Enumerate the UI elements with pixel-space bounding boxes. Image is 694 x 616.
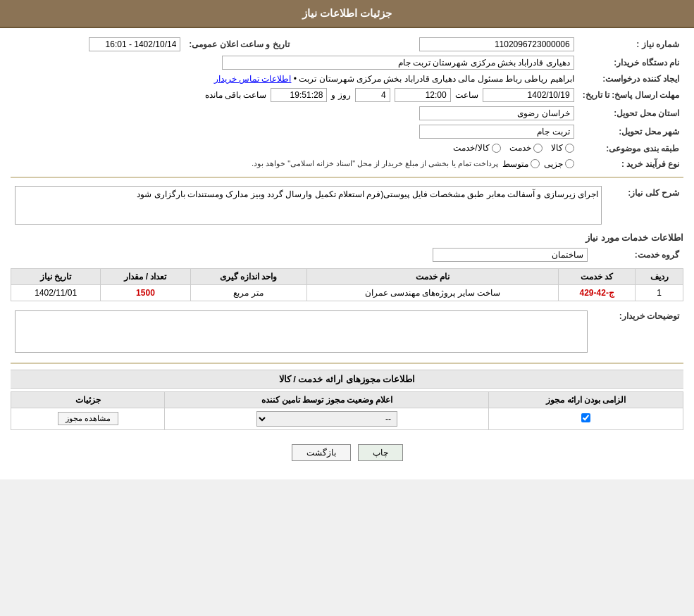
date-label: تاریخ و ساعت اعلان عمومی: <box>185 35 293 54</box>
category-kala-khadamat-option[interactable]: کالا/خدمت <box>453 143 500 153</box>
col-unit: واحد اندازه گیری <box>190 268 306 284</box>
permit-col-status: اعلام وضعیت مجوز توسط تامین کننده <box>165 391 489 408</box>
cell-unit: متر مربع <box>190 284 306 301</box>
province-value <box>11 104 578 122</box>
view-permit-button[interactable]: مشاهده مجوز <box>58 412 118 425</box>
response-time-input[interactable] <box>395 88 451 102</box>
back-button[interactable]: بازگشت <box>292 444 351 461</box>
creator-value: ابراهیم ریاطی رباط مسئول مالی دهیاری قاد… <box>11 72 578 86</box>
process-mottavaset-label: متوسط <box>502 159 528 169</box>
city-value <box>11 122 578 141</box>
process-jazee-radio[interactable] <box>565 159 574 168</box>
col-quantity: تعداد / مقدار <box>101 268 190 284</box>
category-kala-khadamat-label: کالا/خدمت <box>453 143 489 153</box>
permits-section-header: اطلاعات مجوزهای ارائه خدمت / کالا <box>11 370 683 389</box>
cell-need-date: 1402/11/01 <box>11 284 101 301</box>
response-remaining-label: ساعت باقی مانده <box>205 90 267 100</box>
print-button[interactable]: چاپ <box>358 444 403 461</box>
category-khadamat-radio[interactable] <box>533 144 543 153</box>
permit-mandatory-cell <box>489 408 683 429</box>
service-group-table: گروه خدمت: <box>11 246 683 264</box>
category-khadamat-option[interactable]: خدمت <box>509 143 543 153</box>
col-service-name: نام خدمت <box>306 268 559 284</box>
description-value: اجرای زیرسازی و آسفالت معابر طبق مشخصات … <box>11 184 606 227</box>
description-table: شرح کلی نیاز: اجرای زیرسازی و آسفالت معا… <box>11 184 683 227</box>
services-data-table: ردیف کد خدمت نام خدمت واحد اندازه گیری ت… <box>11 268 683 301</box>
date-input[interactable] <box>89 37 180 51</box>
response-date-row: ساعت روز و ساعت باقی مانده <box>11 86 578 104</box>
col-row: ردیف <box>636 268 683 284</box>
category-kala-label: کالا <box>551 143 563 153</box>
creator-link[interactable]: اطلاعات تماس خریدار <box>214 74 292 84</box>
permit-details-cell: مشاهده مجوز <box>11 408 165 429</box>
cell-service-name: ساخت سایر پروژه‌های مهندسی عمران <box>306 284 559 301</box>
category-khadamat-label: خدمت <box>509 143 531 153</box>
permit-col-details: جزئیات <box>11 391 165 408</box>
page-wrapper: جزئیات اطلاعات نیاز شماره نیاز : تاریخ و… <box>0 0 694 479</box>
province-label: استان محل تحویل: <box>578 104 683 122</box>
need-number-label: شماره نیاز : <box>578 35 683 54</box>
table-row: 1 ج-42-429 ساخت سایر پروژه‌های مهندسی عم… <box>11 284 683 301</box>
need-number-value <box>294 35 578 54</box>
service-group-label: گروه خدمت: <box>592 246 683 264</box>
buyer-notes-value <box>11 307 592 357</box>
need-number-input[interactable] <box>419 37 574 51</box>
page-header: جزئیات اطلاعات نیاز <box>0 0 694 28</box>
creator-label: ایجاد کننده درخواست: <box>578 72 683 86</box>
response-date-input[interactable] <box>483 88 574 102</box>
response-days-label: روز و <box>331 90 350 100</box>
divider-2 <box>11 363 683 364</box>
description-label: شرح کلی نیاز: <box>606 184 683 227</box>
buyer-notes-table: توضیحات خریدار: <box>11 307 683 357</box>
buyer-name-label: نام دستگاه خریدار: <box>578 54 683 72</box>
services-section-title: اطلاعات خدمات مورد نیاز <box>11 232 683 243</box>
province-input[interactable] <box>419 106 574 120</box>
category-label: طبقه بندی موضوعی: <box>578 141 683 157</box>
page-title: جزئیات اطلاعات نیاز <box>302 7 392 19</box>
service-group-value <box>11 246 592 264</box>
buyer-notes-textarea[interactable] <box>15 310 588 353</box>
permit-status-select[interactable]: -- <box>256 411 397 427</box>
buyer-notes-label: توضیحات خریدار: <box>592 307 683 357</box>
process-mottavaset-radio[interactable] <box>531 159 540 168</box>
permit-mandatory-checkbox[interactable] <box>581 413 590 422</box>
permit-status-cell: -- <box>165 408 489 429</box>
process-jazee-option[interactable]: جزیی <box>544 159 574 169</box>
buyer-name-input[interactable] <box>222 56 574 70</box>
permits-table: الزامی بودن ارائه مجوز اعلام وضعیت مجوز … <box>11 391 683 430</box>
description-box: اجرای زیرسازی و آسفالت معابر طبق مشخصات … <box>15 186 602 225</box>
service-group-input[interactable] <box>433 248 588 262</box>
process-label: نوع فرآیند خرید : <box>578 157 683 171</box>
process-note: پرداخت تمام یا بخشی از مبلغ خریدار از مح… <box>252 159 498 168</box>
category-kala-khadamat-radio[interactable] <box>492 144 501 153</box>
city-input[interactable] <box>419 125 574 139</box>
process-mottavaset-option[interactable]: متوسط <box>502 159 540 169</box>
date-value <box>11 35 185 54</box>
col-service-code: کد خدمت <box>559 268 636 284</box>
response-days-input[interactable] <box>355 88 390 102</box>
buyer-name-value <box>11 54 578 72</box>
category-kala-radio[interactable] <box>565 144 574 153</box>
response-date-label: مهلت ارسال پاسخ: تا تاریخ: <box>578 86 683 104</box>
col-need-date: تاریخ نیاز <box>11 268 101 284</box>
basic-info-table: شماره نیاز : تاریخ و ساعت اعلان عمومی: ن… <box>11 35 683 171</box>
cell-service-code: ج-42-429 <box>559 284 636 301</box>
creator-text: ابراهیم ریاطی رباط مسئول مالی دهیاری قاد… <box>294 74 574 84</box>
divider-1 <box>11 177 683 178</box>
description-text: اجرای زیرسازی و آسفالت معابر طبق مشخصات … <box>137 189 598 199</box>
main-content: شماره نیاز : تاریخ و ساعت اعلان عمومی: ن… <box>0 28 694 479</box>
category-kala-option[interactable]: کالا <box>551 143 574 153</box>
cell-quantity: 1500 <box>101 284 190 301</box>
process-jazee-label: جزیی <box>544 159 563 169</box>
response-timer-input[interactable] <box>271 88 327 102</box>
process-options: جزیی متوسط پرداخت تمام یا بخشی از مبلغ خ… <box>11 157 578 171</box>
bottom-buttons: چاپ بازگشت <box>11 436 683 472</box>
list-item: -- مشاهده مجوز <box>11 408 683 429</box>
city-label: شهر محل تحویل: <box>578 122 683 141</box>
category-options: کالا خدمت کالا/خدمت <box>11 141 578 157</box>
response-time-label: ساعت <box>455 90 478 100</box>
permit-col-mandatory: الزامی بودن ارائه مجوز <box>489 391 683 408</box>
cell-row: 1 <box>636 284 683 301</box>
